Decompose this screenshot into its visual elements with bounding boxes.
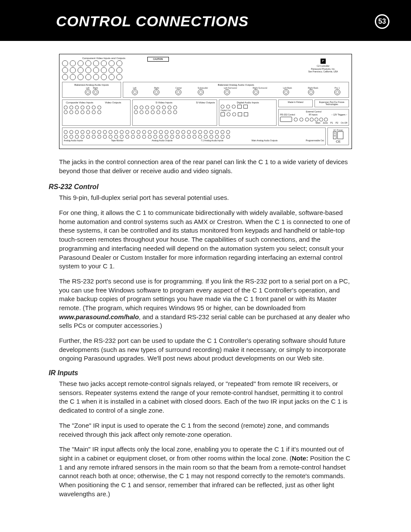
body-paragraph: For one thing, it allows the C 1 to comm… xyxy=(59,208,352,271)
section-heading-ir: IR Inputs xyxy=(49,369,352,377)
rear-panel-diagram: Component Video Inputs and Outputs CAUTI… xyxy=(59,54,352,149)
intro-paragraph: The jacks in the control connection area… xyxy=(59,158,352,175)
download-link[interactable]: www.parasound.com/halo xyxy=(59,313,139,320)
body-paragraph: The "Main" IR input affects only the loc… xyxy=(59,445,352,498)
diagram-label: Balanced Analog Audio Outputs xyxy=(125,84,347,86)
body-paragraph: The RS-232 port's second use is for prog… xyxy=(59,277,352,330)
body-paragraph: Further, the RS-232 port can be used to … xyxy=(59,336,352,363)
header-band: CONTROL CONNECTIONS 53 xyxy=(0,0,411,41)
page: CONTROL CONNECTIONS 53 Component Video I… xyxy=(0,0,411,498)
section-heading-rs232: RS-232 Control xyxy=(49,183,352,191)
diagram-label: Balanced Analog Audio Inputs xyxy=(64,84,119,86)
page-number: 53 xyxy=(378,18,386,25)
note-label: Note: xyxy=(292,454,308,462)
page-title: CONTROL CONNECTIONS xyxy=(56,13,249,30)
diagram-label: Component Video Inputs and Outputs xyxy=(62,57,146,59)
content: The jacks in the control connection area… xyxy=(59,158,352,498)
body-paragraph: The "Zone" IR input is used to operate t… xyxy=(59,421,352,439)
ce-mark-icon: CE xyxy=(329,140,347,143)
body-paragraph: These two jacks accept remote-control si… xyxy=(59,380,352,415)
page-number-badge: 53 xyxy=(375,14,389,29)
body-paragraph: This 9-pin, full-duplex serial port has … xyxy=(59,193,352,202)
caution-label: CAUTION xyxy=(147,57,169,62)
brand-logo-icon: P xyxy=(321,59,326,64)
diagram-location: San Francisco, California, USA xyxy=(299,70,347,73)
